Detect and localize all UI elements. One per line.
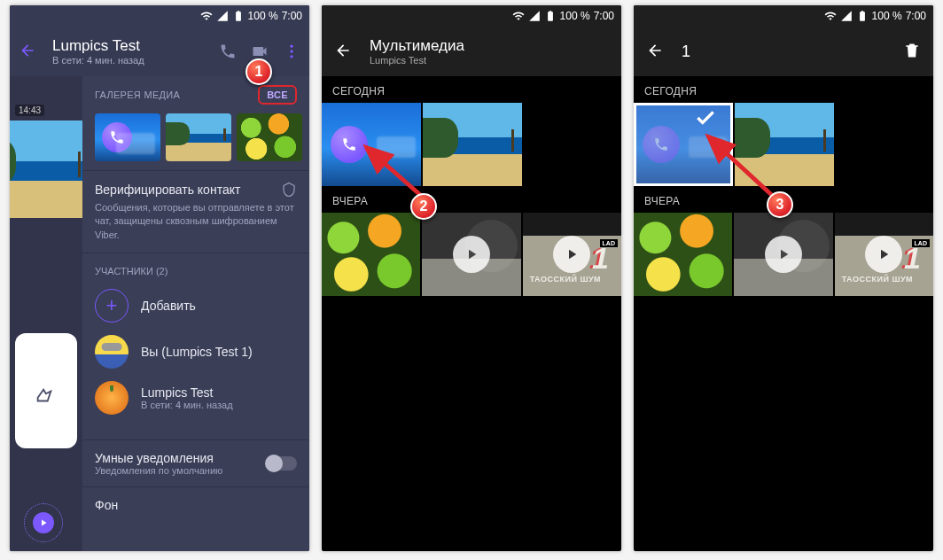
participant-status: В сети: 4 мин. назад [141, 400, 233, 410]
battery-pct: 100 % [872, 10, 902, 22]
media-thumb[interactable] [634, 213, 732, 296]
battery-pct: 100 % [248, 10, 278, 22]
back-button[interactable] [646, 42, 664, 62]
add-label: Добавить [141, 299, 196, 313]
svg-line-4 [708, 136, 775, 198]
selection-header: 1 [634, 27, 933, 76]
chat-image-thumb[interactable]: 15:00 [10, 121, 82, 218]
play-icon [835, 213, 933, 296]
battery-icon [544, 10, 557, 22]
media-thumb[interactable] [423, 103, 522, 186]
chat-title: Lumpics Test [52, 37, 203, 55]
group-today: СЕГОДНЯ [634, 76, 933, 103]
callout-1: 1 [245, 58, 272, 85]
participant-name: Lumpics Test [141, 385, 233, 400]
battery-icon [856, 10, 869, 22]
smart-label: Умные уведомления [95, 451, 222, 465]
background-row[interactable]: Фон [82, 487, 309, 523]
media-video-thumb[interactable]: LAD 1 ТАОССКИЙ ШУМ [835, 213, 933, 296]
screen-chat-info: 100 % 7:00 Lumpics Test В сети: 4 мин. н… [10, 5, 309, 551]
multimedia-subtitle: Lumpics Test [370, 55, 464, 66]
add-participant-button[interactable]: + Добавить [95, 289, 297, 323]
signal-icon [528, 10, 541, 22]
video-call-icon[interactable] [251, 43, 269, 60]
gallery-all-button[interactable]: ВСЕ [258, 85, 297, 105]
callout-3: 3 [767, 191, 793, 218]
media-button[interactable] [24, 503, 63, 542]
plus-icon: + [95, 289, 129, 323]
play-icon [422, 213, 520, 296]
svg-line-3 [366, 147, 426, 200]
chat-subtitle: В сети: 4 мин. назад [52, 55, 203, 66]
participant-row[interactable]: Вы (Lumpics Test 1) [95, 335, 297, 369]
screen-multimedia-selected: 100 % 7:00 1 СЕГОДНЯ ВЧЕРА [634, 5, 933, 551]
selection-count: 1 [682, 43, 885, 61]
share-icon[interactable] [35, 386, 54, 408]
status-bar: 100 % 7:00 [322, 5, 621, 27]
gallery-heading: ГАЛЕРЕЯ МЕДИА [95, 89, 180, 100]
wifi-icon [512, 10, 525, 22]
wifi-icon [200, 10, 213, 22]
msg-timestamp: 14:43 [15, 105, 44, 116]
multimedia-title: Мультимедиа [370, 37, 464, 55]
shield-icon [281, 182, 297, 198]
back-button[interactable] [19, 42, 36, 62]
media-gallery-section: ГАЛЕРЕЯ МЕДИА ВСЕ [82, 76, 309, 171]
verify-label: Верифицировать контакт [95, 183, 240, 197]
status-bar: 100 % 7:00 [634, 5, 933, 27]
participants-heading: УЧАСТНИКИ (2) [95, 266, 297, 276]
clock: 7:00 [282, 10, 302, 22]
svg-point-2 [290, 55, 292, 58]
more-icon[interactable] [283, 43, 300, 60]
clock: 7:00 [594, 10, 614, 22]
chat-background-strip: 14:43 15:00 [10, 76, 82, 551]
verify-contact-section[interactable]: Верифицировать контакт Сообщения, которы… [82, 171, 309, 253]
media-video-thumb[interactable]: LAD 1 ТАОССКИЙ ШУМ [523, 213, 621, 296]
avatar [95, 381, 129, 415]
wifi-icon [824, 10, 837, 22]
gallery-thumb[interactable] [166, 113, 231, 161]
status-bar: 100 % 7:00 [10, 5, 309, 27]
clock: 7:00 [906, 10, 926, 22]
back-button[interactable] [334, 42, 352, 62]
voice-call-icon[interactable] [219, 43, 237, 60]
gallery-thumb[interactable] [95, 113, 160, 161]
avatar [95, 335, 129, 369]
signal-icon [840, 10, 853, 22]
callout-2: 2 [410, 193, 437, 220]
participants-section: УЧАСТНИКИ (2) + Добавить Вы (Lumpics Tes… [82, 253, 309, 440]
participant-row[interactable]: Lumpics Test В сети: 4 мин. назад [95, 381, 297, 415]
participant-name: Вы (Lumpics Test 1) [141, 345, 253, 359]
smart-notifications-row[interactable]: Умные уведомления Уведомления по умолчан… [82, 440, 309, 487]
chat-title-block: Lumpics Test В сети: 4 мин. назад [52, 37, 203, 66]
svg-point-0 [290, 45, 292, 48]
media-video-thumb[interactable] [734, 213, 832, 296]
group-today: СЕГОДНЯ [322, 76, 621, 103]
battery-pct: 100 % [560, 10, 590, 22]
media-video-thumb[interactable] [422, 213, 520, 296]
play-icon [734, 213, 832, 296]
svg-point-1 [290, 50, 292, 52]
play-icon [523, 213, 621, 296]
battery-icon [232, 10, 245, 22]
media-thumb[interactable] [322, 213, 420, 296]
signal-icon [216, 10, 229, 22]
screen-multimedia: 100 % 7:00 Мультимедиа Lumpics Test СЕГО… [322, 5, 621, 551]
gallery-thumb[interactable] [237, 113, 302, 161]
multimedia-header: Мультимедиа Lumpics Test [322, 27, 621, 76]
smart-sub: Уведомления по умолчанию [95, 465, 222, 476]
toggle-switch[interactable] [267, 456, 297, 471]
verify-desc: Сообщения, которые вы отправляете в этот… [95, 201, 297, 242]
info-panel: ГАЛЕРЕЯ МЕДИА ВСЕ Верифицировать контакт… [82, 76, 309, 551]
delete-button[interactable] [903, 42, 921, 62]
